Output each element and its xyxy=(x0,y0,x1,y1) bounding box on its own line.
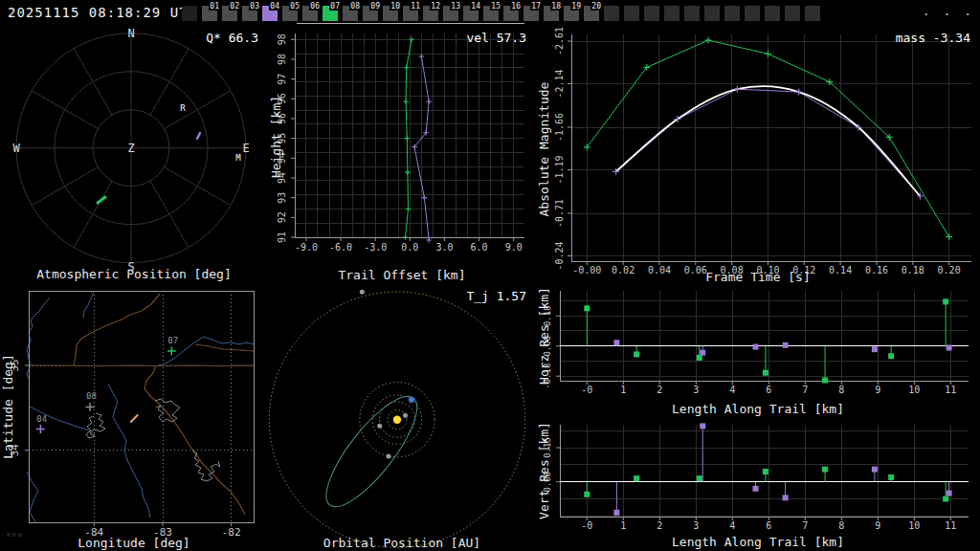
station-box-label: 12 xyxy=(430,2,441,11)
svg-text:8: 8 xyxy=(838,520,844,531)
station-box-02[interactable]: 02 xyxy=(222,6,237,21)
station-box-13[interactable]: 13 xyxy=(443,6,458,21)
tisserand-annotation: T_j 1.57 xyxy=(466,289,526,303)
svg-text:-0.71: -0.71 xyxy=(554,199,565,228)
svg-text:8: 8 xyxy=(838,385,844,395)
urban-area-outline xyxy=(86,413,105,438)
station-marker-label: 07 xyxy=(167,336,178,345)
panel-vertical-residuals: -01234678910110.150.00 Vert Res [km] Len… xyxy=(536,419,980,551)
station-box-20[interactable]: 20 xyxy=(584,6,599,21)
vert-res-chart: -01234678910110.150.00 xyxy=(536,419,980,551)
planet-dot xyxy=(377,424,382,429)
trail-x-axis-label: Trail Offset [km] xyxy=(268,268,536,282)
station-box-15[interactable]: 15 xyxy=(483,6,499,21)
svg-text:-1.19: -1.19 xyxy=(554,155,565,184)
meteor-dashboard: 20251115 08:18:29 UTC 010203040506070809… xyxy=(0,0,980,551)
station-box-01[interactable]: 01 xyxy=(202,6,217,21)
station-box[interactable] xyxy=(684,6,700,21)
svg-text:-0: -0 xyxy=(581,385,592,395)
panel-orbital-position: T_j 1.57 Orbital Position [AU] xyxy=(268,285,536,551)
station-box-05[interactable]: 05 xyxy=(282,6,298,21)
station-box[interactable] xyxy=(182,6,197,21)
station-box-label: 01 xyxy=(209,2,220,11)
station-box-08[interactable]: 08 xyxy=(343,6,358,21)
planet-dot xyxy=(387,454,391,459)
map-x-axis-label: Longitude [deg] xyxy=(0,536,268,550)
station-box-19[interactable]: 19 xyxy=(564,6,579,21)
station-box[interactable] xyxy=(765,6,780,21)
station-box[interactable] xyxy=(805,6,820,21)
atmospheric-polar-chart: NSEWZRM xyxy=(0,27,268,285)
velocity-annotation: vel 57.3 xyxy=(466,31,526,45)
svg-text:-6.0: -6.0 xyxy=(329,242,352,253)
station-box[interactable] xyxy=(704,6,720,21)
state-border-line xyxy=(195,344,254,351)
svg-text:-1.66: -1.66 xyxy=(554,113,565,142)
station-box-label: 13 xyxy=(450,2,461,11)
station-underline-bar xyxy=(297,23,524,24)
river-line xyxy=(158,337,204,365)
horz-res-chart: -01234678910110.180.00-0.18 xyxy=(536,285,980,419)
station-box[interactable] xyxy=(745,6,760,21)
urban-area-outline xyxy=(155,399,180,422)
earth-dot xyxy=(409,397,414,403)
green-residual-points xyxy=(584,467,948,502)
compass-w: W xyxy=(12,142,20,155)
purple-residual-points xyxy=(613,340,951,356)
station-box-label: 14 xyxy=(470,2,481,11)
planet-dot xyxy=(360,290,365,295)
station-marker-label: 08 xyxy=(86,391,97,401)
station-box[interactable] xyxy=(604,6,619,21)
vert-res-x-axis-label: Length Along Trail [km] xyxy=(536,535,980,549)
atmospheric-title: Atmospheric Position [deg] xyxy=(0,267,268,281)
station-box-label: 19 xyxy=(570,2,582,11)
station-box-09[interactable]: 09 xyxy=(363,6,378,21)
station-box-06[interactable]: 06 xyxy=(302,6,318,21)
station-box-17[interactable]: 17 xyxy=(523,6,539,21)
svg-text:6: 6 xyxy=(766,385,771,395)
svg-text:3.0: 3.0 xyxy=(435,242,453,253)
state-border-line xyxy=(74,294,160,365)
svg-text:7: 7 xyxy=(802,385,808,395)
radiant-label-R: R xyxy=(180,103,186,113)
svg-text:1: 1 xyxy=(620,520,626,531)
station-box-10[interactable]: 10 xyxy=(383,6,398,21)
station-box[interactable] xyxy=(644,6,659,21)
station-box-label: 07 xyxy=(329,2,341,11)
svg-text:9: 9 xyxy=(875,520,880,531)
svg-text:-2.61: -2.61 xyxy=(554,27,565,55)
magnitude-chart: -0.000.020.040.060.080.100.120.140.160.1… xyxy=(536,27,980,285)
orbital-title: Orbital Position [AU] xyxy=(268,536,536,550)
station-box-label: 09 xyxy=(369,2,381,11)
trail-y-axis-label: Height [km] xyxy=(269,32,284,242)
svg-text:2: 2 xyxy=(657,385,662,395)
station-box-07[interactable]: 07 xyxy=(323,6,338,21)
station-box-label: 20 xyxy=(590,2,602,11)
river-line xyxy=(83,292,94,318)
station-box-11[interactable]: 11 xyxy=(403,6,418,21)
station-box-label: 05 xyxy=(289,2,301,11)
station-box-label: 04 xyxy=(269,2,280,11)
station-box-03[interactable]: 03 xyxy=(242,6,257,21)
station-box[interactable] xyxy=(724,6,740,21)
station-box-14[interactable]: 14 xyxy=(463,6,479,21)
station-box[interactable] xyxy=(785,6,800,21)
station-box-12[interactable]: 12 xyxy=(423,6,438,21)
svg-text:6.0: 6.0 xyxy=(471,242,488,253)
station-box-16[interactable]: 16 xyxy=(503,6,519,21)
svg-text:4: 4 xyxy=(729,385,735,395)
station-box[interactable] xyxy=(664,6,679,21)
station-box-04[interactable]: 04 xyxy=(262,6,278,21)
station-box-label: 15 xyxy=(490,2,501,11)
svg-text:7: 7 xyxy=(802,520,808,531)
station-box[interactable] xyxy=(624,6,639,21)
svg-text:9.0: 9.0 xyxy=(505,242,523,253)
overflow-menu-icon[interactable]: . . . xyxy=(923,4,974,18)
svg-text:-9.0: -9.0 xyxy=(295,242,318,253)
svg-text:2: 2 xyxy=(657,520,662,531)
compass-z: Z xyxy=(127,142,134,155)
station-box-label: 16 xyxy=(510,2,522,11)
station-box-label: 17 xyxy=(530,2,542,11)
station-box-18[interactable]: 18 xyxy=(544,6,559,21)
meteor-ground-track xyxy=(130,414,138,422)
